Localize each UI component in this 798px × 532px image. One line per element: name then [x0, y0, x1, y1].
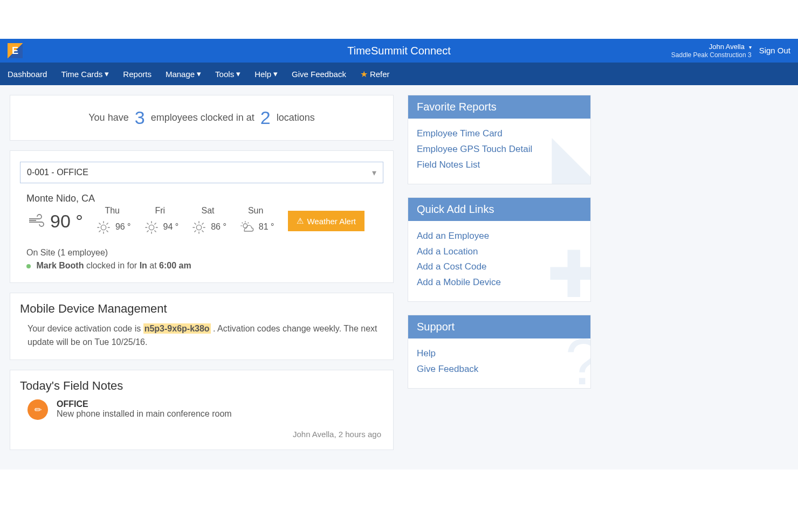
logo-icon: E: [8, 43, 23, 58]
forecast-day-1: Fri 94 °: [142, 205, 179, 237]
nav-reports[interactable]: Reports: [123, 70, 152, 79]
onsite-employee-row: Mark Booth clocked in for In at 6:00 am: [26, 261, 383, 271]
nav-timecards[interactable]: Time Cards ▾: [61, 69, 109, 79]
mobile-device-title: Mobile Device Management: [20, 302, 383, 316]
chevron-down-icon: ▾: [197, 69, 201, 79]
mobile-device-panel: Mobile Device Management Your device act…: [10, 293, 394, 361]
top-bar: E TimeSummit Connect John Avella ▾ Saddl…: [0, 39, 798, 63]
chevron-down-icon: ▾: [273, 69, 278, 79]
clockin-summary: You have 3 employees clocked in at 2 loc…: [10, 95, 394, 141]
nav-feedback[interactable]: Give Feedback: [292, 70, 346, 79]
weather-alert-button[interactable]: ⚠ Weather Alert: [288, 211, 364, 231]
warning-icon: ⚠: [297, 216, 304, 226]
nav-tools[interactable]: Tools ▾: [215, 69, 240, 79]
svg-point-2: [196, 225, 201, 230]
status-dot-icon: [26, 264, 31, 268]
quick-add-link[interactable]: Add a Location: [417, 244, 582, 260]
user-org: Saddle Peak Construction 3: [671, 51, 752, 59]
city-label: Monte Nido, CA: [26, 193, 383, 204]
pin-icon: ✎: [23, 396, 52, 425]
nav-manage[interactable]: Manage ▾: [166, 69, 201, 79]
favorite-reports-card: Favorite Reports Employee Time Card Empl…: [408, 95, 591, 184]
quick-add-link[interactable]: Add a Mobile Device: [417, 275, 582, 291]
location-count: 2: [260, 107, 271, 128]
current-temp: 90 °: [50, 211, 83, 232]
support-link[interactable]: Give Feedback: [417, 362, 582, 377]
wind-icon: [26, 211, 46, 231]
favorite-report-link[interactable]: Field Notes List: [417, 157, 582, 173]
svg-point-1: [149, 225, 154, 230]
quick-add-link[interactable]: Add a Cost Code: [417, 259, 582, 275]
favorite-report-link[interactable]: Employee GPS Touch Detail: [417, 142, 582, 157]
activation-code: n5p3-9x6p-k38o: [143, 323, 211, 334]
nav-help[interactable]: Help ▾: [254, 69, 278, 79]
field-note-meta: John Avella, 2 hours ago: [20, 430, 383, 439]
field-note-body: New phone installed in main conference r…: [57, 409, 232, 419]
star-icon: ★: [360, 69, 368, 79]
favorite-reports-title: Favorite Reports: [408, 95, 590, 119]
forecast-day-3: Sun 81 °: [237, 205, 274, 237]
location-select[interactable]: 0-001 - OFFICE: [20, 162, 383, 183]
quick-add-title: Quick Add Links: [408, 198, 590, 221]
sign-out-link[interactable]: Sign Out: [759, 46, 790, 55]
support-link[interactable]: Help: [417, 346, 582, 362]
svg-point-0: [101, 225, 106, 230]
employee-count: 3: [135, 107, 145, 128]
user-name: John Avella: [709, 43, 745, 51]
field-notes-title: Today's Field Notes: [20, 379, 383, 393]
quick-add-link[interactable]: Add an Employee: [417, 229, 582, 244]
sun-icon: [142, 218, 161, 237]
nav-refer[interactable]: ★ Refer: [360, 69, 390, 79]
nav-dashboard[interactable]: Dashboard: [8, 70, 47, 79]
main-nav: Dashboard Time Cards ▾ Reports Manage ▾ …: [0, 63, 798, 85]
support-title: Support: [408, 315, 590, 338]
chevron-down-icon: ▾: [236, 69, 240, 79]
forecast-day-0: Thu 96 °: [94, 205, 131, 237]
field-notes-panel: Today's Field Notes ✎ OFFICE New phone i…: [10, 370, 394, 450]
chevron-down-icon: ▾: [105, 69, 109, 79]
quick-add-card: Quick Add Links Add an Employee Add a Lo…: [408, 197, 591, 302]
onsite-header: On Site (1 employee): [26, 248, 383, 258]
field-note-location: OFFICE: [57, 399, 232, 409]
user-menu[interactable]: John Avella ▾ Saddle Peak Construction 3: [671, 43, 752, 59]
forecast-day-2: Sat 86 °: [189, 205, 226, 237]
sun-icon: [94, 218, 113, 237]
partly-cloudy-icon: [237, 218, 257, 237]
favorite-report-link[interactable]: Employee Time Card: [417, 126, 582, 142]
weather-panel: 0-001 - OFFICE Monte Nido, CA 90 ° Thu: [10, 150, 394, 283]
support-card: Support Help Give Feedback ?: [408, 315, 591, 389]
sun-icon: [189, 218, 209, 237]
chevron-down-icon: ▾: [749, 44, 752, 51]
